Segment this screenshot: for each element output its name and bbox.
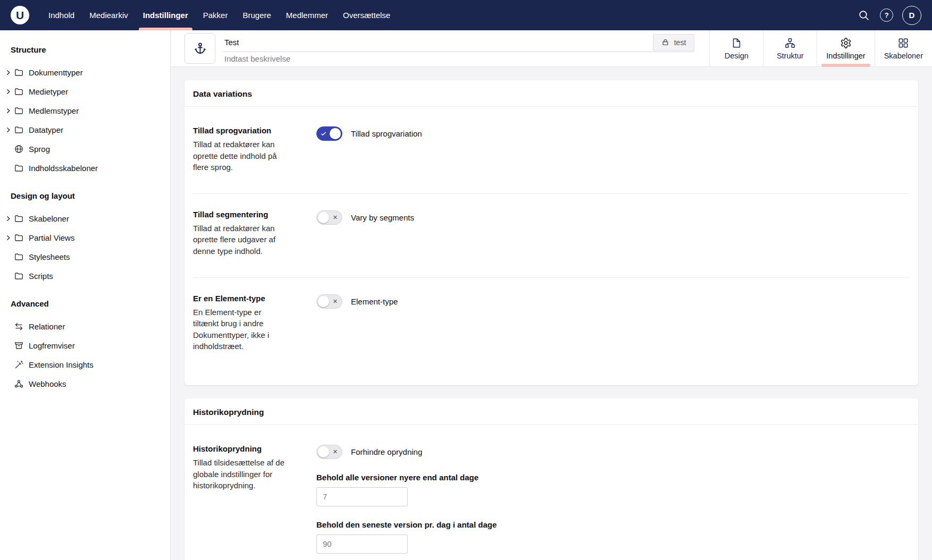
folder-icon [14,233,24,243]
sidebar-section-structure: Structure Dokumenttyper Medietyper Medle… [0,45,170,177]
settings-tree-sidebar: Structure Dokumenttyper Medietyper Medle… [0,30,171,560]
workspace-tabs: Design Struktur Indstillinger Skabeloner [709,30,932,66]
sidebar-item-label: Datatyper [29,126,63,134]
folder-icon [14,67,24,78]
folder-icon [14,252,24,262]
toggle-label: Tillad sprogvariation [351,129,422,138]
field-label-versions-newer: Behold alle versioner nyere end antal da… [316,473,909,482]
sidebar-item-dokumenttyper[interactable]: Dokumenttyper [0,63,170,82]
folder-icon [14,214,24,224]
sidebar-item-relationer[interactable]: Relationer [0,317,170,336]
settings-content: Data variations Tillad sprogvariation Ti… [171,67,932,560]
sidebar-item-sprog[interactable]: Sprog [0,139,170,158]
tab-label: Indstillinger [826,52,865,60]
setting-description: Tillad tilsidesættelse af de globale ind… [193,457,288,491]
setting-description: En Element-type er tiltænkt brug i andre… [193,307,288,352]
chevron-right-icon[interactable] [5,126,13,133]
toggle-label: Element-type [351,297,398,306]
grid-icon [897,37,909,49]
nav-item-brugere[interactable]: Brugere [235,0,278,30]
sidebar-item-indholdsskabeloner[interactable]: Indholdsskabeloner [0,158,170,177]
sidebar-item-stylesheets[interactable]: Stylesheets [0,247,170,266]
field-label-latest-version: Behold den seneste version pr. dag i ant… [316,520,909,529]
description-input[interactable] [223,52,694,63]
hierarchy-icon [784,37,796,49]
sidebar-item-webhooks[interactable]: Webhooks [0,374,170,393]
setting-label: Er en Element-type [193,294,304,303]
globe-icon [14,144,24,154]
folder-icon [14,106,24,116]
tab-skabeloner[interactable]: Skabeloner [875,30,932,66]
nav-item-indstillinger[interactable]: Indstillinger [136,0,196,30]
webhook-icon [14,379,24,389]
toggle-forhindre-oprydning[interactable]: ✕ [316,445,342,459]
tab-label: Design [725,52,749,60]
toggle-segmentering[interactable]: ✕ [316,210,342,225]
sidebar-item-extension-insights[interactable]: Extension Insights [0,355,170,374]
chevron-right-icon[interactable] [5,88,13,95]
sidebar-item-label: Extension Insights [29,361,94,369]
x-icon: ✕ [333,299,338,304]
nav-item-mediearkiv[interactable]: Mediearkiv [82,0,136,30]
magic-wand-icon [14,360,24,370]
sidebar-heading: Structure [0,45,170,54]
top-navigation-bar: U Indhold Mediearkiv Indstillinger Pakke… [0,0,932,30]
latest-version-input[interactable] [316,534,408,554]
sidebar-item-medietyper[interactable]: Medietyper [0,82,170,101]
sidebar-item-label: Dokumenttyper [29,69,83,77]
sidebar-item-label: Medlemstyper [29,107,79,115]
toggle-element-type[interactable]: ✕ [316,294,342,309]
sidebar-item-scripts[interactable]: Scripts [0,266,170,285]
folder-icon [14,271,24,281]
sidebar-item-label: Stylesheets [29,253,70,261]
nav-item-medlemmer[interactable]: Medlemmer [279,0,335,30]
tab-indstillinger[interactable]: Indstillinger [817,30,874,66]
swap-arrows-icon [14,321,24,332]
setting-row-historikoprydning: Historikoprydning Tillad tilsidesættelse… [184,428,918,560]
setting-row-element-type: Er en Element-type En Element-type er ti… [184,278,918,383]
user-avatar[interactable]: D [902,6,921,25]
folder-icon [14,125,24,135]
toggle-sprogvariation[interactable]: ✕ [316,126,342,141]
sidebar-item-label: Webhooks [29,380,66,388]
tab-struktur[interactable]: Struktur [763,30,817,66]
card-historikoprydning: Historikoprydning Historikoprydning Till… [184,398,918,560]
versions-newer-input[interactable] [316,487,408,506]
tab-design[interactable]: Design [709,30,763,66]
sidebar-item-skabeloner[interactable]: Skabeloner [0,209,170,228]
chevron-right-icon[interactable] [5,107,13,114]
alias-lock-badge[interactable]: test [653,34,695,51]
chevron-right-icon[interactable] [5,215,13,222]
chevron-right-icon[interactable] [5,234,13,241]
sidebar-item-logfremviser[interactable]: Logfremviser [0,336,170,355]
lock-icon [661,38,669,46]
sidebar-section-design-og-layout: Design og layout Skabeloner Partial View… [0,191,170,285]
search-icon[interactable] [857,9,871,22]
sidebar-item-label: Logfremviser [29,342,75,350]
sidebar-item-datatyper[interactable]: Datatyper [0,120,170,139]
alias-label: test [674,38,686,47]
card-data-variations: Data variations Tillad sprogvariation Ti… [184,80,918,385]
sidebar-item-label: Partial Views [29,234,74,242]
sidebar-heading: Design og layout [0,191,170,200]
sidebar-item-label: Sprog [29,145,50,153]
sidebar-item-medlemstyper[interactable]: Medlemstyper [0,101,170,120]
tab-label: Skabeloner [884,52,923,60]
nav-item-pakker[interactable]: Pakker [196,0,236,30]
setting-row-segmentering: Tillad segmentering Tillad at redaktører… [184,194,918,277]
anchor-icon [193,41,207,56]
document-icon [731,37,742,49]
setting-description: Tillad at redaktører kan oprette dette i… [193,139,288,173]
sidebar-item-partial-views[interactable]: Partial Views [0,228,170,247]
nav-item-oversaettelse[interactable]: Oversættelse [335,0,398,30]
toggle-knob [318,296,329,307]
setting-label: Historikoprydning [193,444,304,453]
sidebar-section-advanced: Advanced Relationer Logfremviser Extensi… [0,299,170,393]
folder-icon [14,87,24,97]
name-input[interactable] [223,35,653,50]
chevron-right-icon[interactable] [5,69,13,76]
x-icon: ✕ [333,215,338,220]
help-icon[interactable]: ? [880,9,893,22]
entity-icon-button[interactable] [184,33,215,64]
nav-item-indhold[interactable]: Indhold [41,0,82,30]
